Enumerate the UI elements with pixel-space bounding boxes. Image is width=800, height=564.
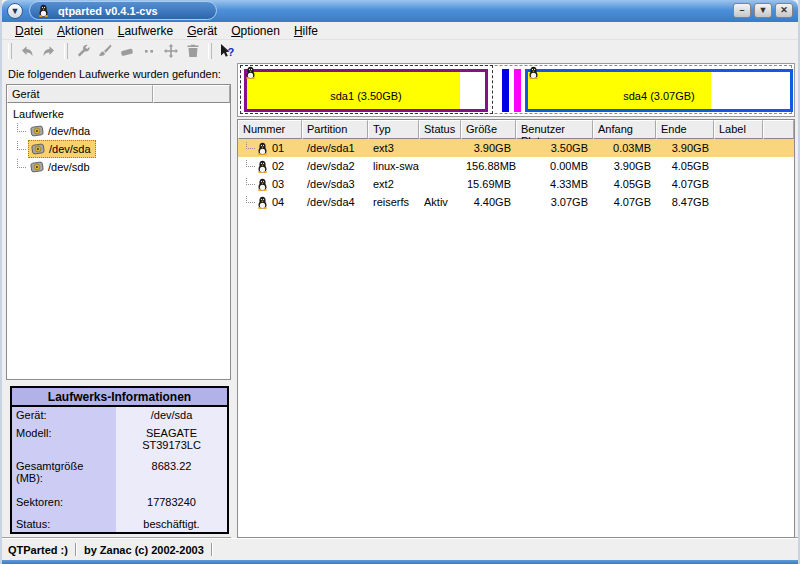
table-row-sda2[interactable]: 02 /dev/sda2 linux-swap 156.88MB 0.00MB … (238, 157, 794, 175)
cell-anfang: 4.05GB (593, 178, 656, 190)
tree-branch-line (246, 196, 255, 204)
info-value: 8683.22 (116, 458, 227, 494)
left-pane: Die folgenden Laufwerke wurden gefunden:… (2, 62, 231, 538)
titlebar[interactable]: ▼ qtparted v0.4.1-cvs – ▼ ✕ (2, 0, 798, 22)
device-tree-body: Laufwerke /dev/hda /dev/sda (7, 103, 230, 176)
wrench-icon (75, 43, 91, 59)
column-header-anfang[interactable]: Anfang (593, 120, 656, 139)
partition-block-sda3[interactable] (514, 69, 521, 112)
toolbar (2, 40, 798, 62)
format-button[interactable] (94, 41, 116, 61)
table-row-sda4[interactable]: 04 /dev/sda4 reiserfs Aktiv 4.40GB 3.07G… (238, 193, 794, 211)
drive-info-panel: Laufwerks-Informationen Gerät: /dev/sda … (10, 386, 229, 534)
table-row-sda1[interactable]: 01 /dev/sda1 ext3 3.90GB 3.50GB 0.03MB 3… (238, 139, 794, 157)
partition-block-sda1[interactable]: sda1 (3.50GB) (244, 69, 488, 112)
empty-column-header[interactable] (153, 85, 230, 103)
partition-block-sda2[interactable] (502, 69, 509, 112)
device-tree-header: Gerät (7, 85, 230, 103)
property-button[interactable] (72, 41, 94, 61)
device-tree[interactable]: Gerät Laufwerke /dev/hda (6, 84, 231, 380)
tree-branch-line (17, 159, 26, 168)
table-row-sda3[interactable]: 03 /dev/sda3 ext2 15.69MB 4.33MB 4.05GB … (238, 175, 794, 193)
menu-geraet[interactable]: Gerät (180, 22, 224, 40)
cell-groesse: 15.69MB (461, 178, 516, 190)
column-header-groesse[interactable]: Größe (461, 120, 516, 139)
column-header-typ[interactable]: Typ (368, 120, 419, 139)
hard-disk-icon (31, 142, 45, 156)
trash-icon (185, 43, 201, 59)
eraser-icon (119, 43, 135, 59)
menu-datei[interactable]: Datei (8, 22, 50, 40)
statusbar-divider (75, 543, 77, 556)
column-header-partition[interactable]: Partition (302, 120, 368, 139)
close-button[interactable]: ✕ (775, 3, 793, 18)
menu-aktionen[interactable]: Aktionen (50, 22, 111, 40)
maximize-button[interactable]: ▼ (754, 3, 772, 18)
tree-branch-line (246, 142, 255, 150)
cell-ende: 4.05GB (656, 160, 714, 172)
hard-disk-icon (30, 124, 44, 138)
toolbar-grip[interactable] (8, 43, 12, 59)
statusbar: QTParted :) by Zanac (c) 2002-2003 (2, 538, 798, 560)
tree-item-dev-hda[interactable]: /dev/hda (11, 122, 230, 140)
statusbar-credit-text: by Zanac (c) 2002-2003 (84, 544, 204, 556)
device-column-header[interactable]: Gerät (7, 85, 153, 103)
menu-laufwerke[interactable]: Laufwerke (111, 22, 180, 40)
menu-hilfe[interactable]: Hilfe (287, 22, 325, 40)
window-menu-button[interactable]: ▼ (7, 3, 23, 19)
partition-block-label: sda4 (3.07GB) (623, 90, 695, 102)
cell-anfang: 3.90GB (593, 160, 656, 172)
tux-icon (257, 178, 268, 191)
cell-status: Aktiv (419, 196, 461, 208)
partition-table: Nummer Partition Typ Status Größe Benutz… (237, 119, 795, 538)
column-header-ende[interactable]: Ende (656, 120, 714, 139)
move-button[interactable] (160, 41, 182, 61)
trash-button[interactable] (182, 41, 204, 61)
title-capsule: qtparted v0.4.1-cvs (29, 1, 217, 20)
column-header-nummer[interactable]: Nummer (238, 120, 302, 139)
cell-partition: /dev/sda4 (302, 196, 368, 208)
cell-benutzer-platz: 3.50GB (516, 142, 593, 154)
delete-button[interactable] (116, 41, 138, 61)
partition-block-sda4[interactable]: sda4 (3.07GB) (525, 69, 793, 112)
info-label: Status: (12, 516, 116, 532)
redo-button[interactable] (38, 41, 60, 61)
window-title: qtparted v0.4.1-cvs (58, 5, 158, 17)
tux-icon (528, 66, 539, 79)
info-row-sektoren: Sektoren: 17783240 (12, 494, 227, 516)
column-header-status[interactable]: Status (419, 120, 461, 139)
tree-branch-line (246, 178, 255, 186)
partition-table-header: Nummer Partition Typ Status Größe Benutz… (238, 120, 794, 139)
cell-anfang: 4.07GB (593, 196, 656, 208)
partition-block-label: sda1 (3.50GB) (330, 90, 402, 102)
toolbar-grip[interactable] (64, 43, 68, 59)
info-value: SEAGATE ST39173LC (116, 425, 227, 458)
statusbar-divider (211, 543, 213, 556)
column-header-benutzer-platz[interactable]: Benutzer Platz (516, 120, 593, 139)
undo-button[interactable] (16, 41, 38, 61)
column-header-label[interactable]: Label (714, 120, 763, 139)
tree-item-dev-sda[interactable]: /dev/sda (11, 140, 230, 158)
whats-this-button[interactable] (216, 41, 238, 61)
menu-optionen[interactable]: Optionen (224, 22, 287, 40)
column-header-filler (763, 120, 794, 139)
window-menu-icon: ▼ (11, 6, 20, 16)
tree-item-dev-sdb[interactable]: /dev/sdb (11, 158, 230, 176)
help-cursor-icon (219, 43, 235, 59)
tree-root-laufwerke[interactable]: Laufwerke (11, 106, 230, 122)
minimize-button[interactable]: – (733, 3, 751, 18)
tree-branch-line (17, 141, 26, 150)
tux-icon (257, 142, 268, 155)
device-label: /dev/hda (48, 125, 90, 137)
brush-icon (97, 43, 113, 59)
info-row-status: Status: beschäftigt. (12, 516, 227, 532)
partition-map-canvas: sda1 (3.50GB) sda4 (3.07GB) (237, 63, 795, 117)
cell-nummer: 04 (272, 196, 284, 208)
resize-button[interactable] (138, 41, 160, 61)
device-label: /dev/sdb (48, 161, 90, 173)
close-icon: ✕ (780, 5, 788, 15)
toolbar-grip[interactable] (208, 43, 212, 59)
window-bottom-border (2, 560, 798, 564)
tux-icon (245, 66, 256, 79)
tux-icon (257, 196, 268, 209)
